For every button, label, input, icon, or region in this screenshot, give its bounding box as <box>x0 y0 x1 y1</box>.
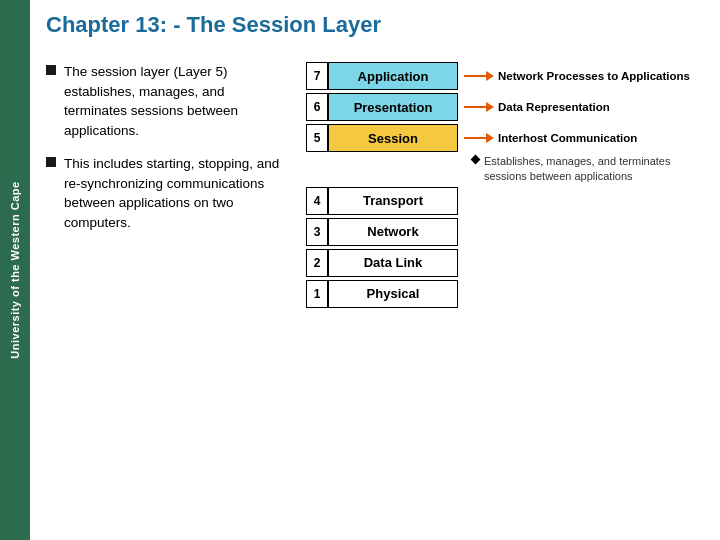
diamond-icon-5 <box>471 155 481 165</box>
sub-bullet-text-5: Establishes, manages, and terminatessess… <box>484 154 671 184</box>
layer-box-physical: Physical <box>328 280 458 308</box>
layer-row-1: 1 Physical <box>306 280 704 308</box>
layer-num-5: 5 <box>306 124 328 152</box>
main-content: Chapter 13: - The Session Layer The sess… <box>30 0 720 540</box>
diagram-column: 7 Application Network Processes to Appli… <box>306 62 704 524</box>
layer-row-6: 6 Presentation Data Representation <box>306 93 704 121</box>
bullet-icon-1 <box>46 65 56 75</box>
title-bar: Chapter 13: - The Session Layer <box>30 0 720 46</box>
layer-num-6: 6 <box>306 93 328 121</box>
arrow-6: Data Representation <box>464 101 610 113</box>
layer-num-3: 3 <box>306 218 328 246</box>
bullet-1: The session layer (Layer 5) establishes,… <box>46 62 286 140</box>
layer-row-4: 4 Transport <box>306 187 704 215</box>
arrow-shaft-6 <box>464 106 486 108</box>
arrow-line-7 <box>464 71 494 81</box>
osi-diagram: 7 Application Network Processes to Appli… <box>306 62 704 311</box>
layer-box-application: Application <box>328 62 458 90</box>
layer-row-5: 5 Session Interhost Communication <box>306 124 704 184</box>
arrow-shaft-5 <box>464 137 486 139</box>
layer-box-presentation: Presentation <box>328 93 458 121</box>
layer-box-session: Session <box>328 124 458 152</box>
arrow-head-5 <box>486 133 494 143</box>
annotation-top-5: Interhost Communication <box>464 124 637 152</box>
arrow-line-5 <box>464 133 494 143</box>
page-title: Chapter 13: - The Session Layer <box>46 12 381 37</box>
arrow-line-6 <box>464 102 494 112</box>
text-column: The session layer (Layer 5) establishes,… <box>46 62 286 524</box>
left-sidebar: University of the Western Cape <box>0 0 30 540</box>
layer-row-3: 3 Network <box>306 218 704 246</box>
sub-bullet-5: Establishes, manages, and terminatessess… <box>472 154 671 184</box>
arrow-7: Network Processes to Applications <box>464 70 690 82</box>
annotation-7: Network Processes to Applications <box>498 70 690 82</box>
layer-box-transport: Transport <box>328 187 458 215</box>
content-area: The session layer (Layer 5) establishes,… <box>30 46 720 540</box>
layer-num-4: 4 <box>306 187 328 215</box>
arrow-head-7 <box>486 71 494 81</box>
annotation-6: Data Representation <box>498 101 610 113</box>
layer-row-7: 7 Application Network Processes to Appli… <box>306 62 704 90</box>
bullet-text-2: This includes starting, stopping, and re… <box>64 154 286 232</box>
arrow-5: Interhost Communication Establishes, man… <box>464 124 671 184</box>
layer-box-network: Network <box>328 218 458 246</box>
bullet-icon-2 <box>46 157 56 167</box>
layer-num-2: 2 <box>306 249 328 277</box>
sub-bullet-area-5: Establishes, manages, and terminatessess… <box>472 154 671 184</box>
bullet-2: This includes starting, stopping, and re… <box>46 154 286 232</box>
arrow-shaft-7 <box>464 75 486 77</box>
university-label: University of the Western Cape <box>9 181 21 358</box>
layer-box-datalink: Data Link <box>328 249 458 277</box>
arrow-head-6 <box>486 102 494 112</box>
layer-num-1: 1 <box>306 280 328 308</box>
annotation-5: Interhost Communication <box>498 132 637 144</box>
layer-num-7: 7 <box>306 62 328 90</box>
layer-row-2: 2 Data Link <box>306 249 704 277</box>
bullet-text-1: The session layer (Layer 5) establishes,… <box>64 62 286 140</box>
